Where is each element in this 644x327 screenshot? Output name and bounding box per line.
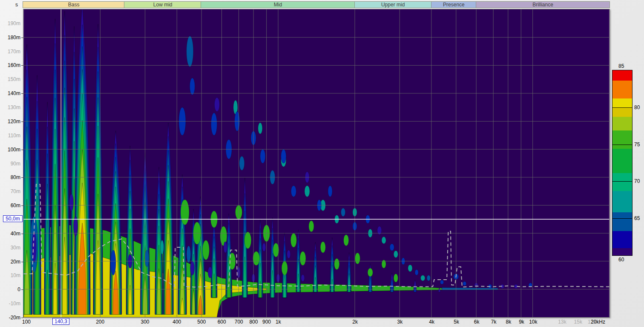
- y-tick-label-20m: 20m: [1, 259, 20, 265]
- x-tick-label-10k: 10k: [524, 319, 543, 325]
- band-mid: Mid: [201, 1, 355, 8]
- y-tick-label-10m: 10m: [1, 272, 20, 278]
- band-label-brilliance: Brilliance: [532, 2, 553, 8]
- colorbar-segment: [612, 81, 632, 98]
- colorbar-segment: [612, 70, 632, 81]
- y-tick-label-120m: 120m: [1, 119, 20, 124]
- band-presence: Presence: [431, 1, 477, 8]
- y-tick-label-80m: 80m: [1, 174, 20, 180]
- y-tick-label-30m: 30m: [1, 245, 20, 251]
- y-tick-label-40m: 40m: [1, 231, 20, 237]
- y-tick-label-150m: 150m: [1, 76, 20, 82]
- y-tick-mark: [21, 262, 23, 262]
- band-brilliance: Brilliance: [476, 1, 610, 8]
- colorbar-segment: [612, 173, 632, 191]
- x-tick-label-5k: 5k: [447, 319, 466, 325]
- y-tick-mark: [21, 122, 23, 122]
- y-tick-mark: [21, 234, 23, 234]
- y-tick-label-90m: 90m: [1, 161, 20, 167]
- colorbar-segment: [612, 98, 632, 108]
- colorbar-segment: [612, 212, 632, 231]
- y-tick-label-110m: 110m: [1, 133, 20, 139]
- x-tick-label-600: 600: [213, 319, 231, 325]
- colorbar-segment: [612, 130, 632, 149]
- y-tick-mark: [21, 150, 23, 150]
- colorbar-segment: [612, 117, 632, 130]
- x-tick-label-1k: 1k: [269, 319, 288, 325]
- colorbar-legend: 807570658560: [612, 70, 632, 256]
- colorbar-tick: [612, 218, 632, 219]
- colorbar-tick: [612, 181, 632, 182]
- colorbar-tick-label-65: 65: [634, 215, 640, 221]
- x-tick-label-4k: 4k: [423, 319, 441, 325]
- y-tick-mark: [21, 318, 23, 318]
- cursor-time-readout: 50,0m: [3, 215, 23, 222]
- x-tick-label-500: 500: [192, 319, 211, 325]
- band-label-bass: Bass: [68, 2, 80, 8]
- y-tick-mark: [21, 177, 23, 178]
- y-axis-unit-label: s: [15, 2, 18, 8]
- band-upper-mid: Upper mid: [354, 1, 432, 8]
- colorbar-max-label: 85: [618, 63, 624, 69]
- x-tick-label-2k: 2k: [346, 319, 365, 325]
- x-tick-label-100: 100: [17, 319, 36, 325]
- x-tick-label-3k: 3k: [391, 319, 409, 325]
- colorbar-min-label: 60: [618, 257, 624, 263]
- y-tick-label-170m: 170m: [1, 49, 20, 55]
- y-tick-mark: [21, 93, 23, 94]
- colorbar-segment: [612, 231, 632, 248]
- x-tick-label-6k: 6k: [467, 319, 486, 325]
- colorbar-segment: [612, 108, 632, 117]
- colorbar-tick-label-70: 70: [634, 178, 640, 184]
- y-tick-mark: [21, 289, 23, 290]
- spectrogram-canvas: [23, 9, 610, 317]
- y-tick-label-70m: 70m: [1, 188, 20, 194]
- y-tick-mark: [21, 38, 23, 38]
- colorbar-tick: [612, 107, 632, 108]
- y-tick-label-60m: 60m: [1, 203, 20, 208]
- y-tick-label-190m: 190m: [1, 20, 20, 26]
- y-tick-label-160m: 160m: [1, 62, 20, 68]
- colorbar-tick-label-80: 80: [634, 104, 640, 110]
- y-tick-label-130m: 130m: [1, 104, 20, 110]
- y-tick-label-0: 0: [1, 286, 20, 292]
- y-tick-label-140m: 140m: [1, 90, 20, 96]
- band-label-presence: Presence: [443, 2, 465, 8]
- spectrogram-plot-area[interactable]: [23, 9, 610, 318]
- band-label-upper-mid: Upper mid: [381, 2, 405, 8]
- x-tick-label-400: 400: [167, 319, 186, 325]
- colorbar-segment: [612, 149, 632, 174]
- band-low-mid: Low mid: [124, 1, 201, 8]
- band-label-low-mid: Low mid: [153, 2, 172, 8]
- band-label-mid: Mid: [274, 2, 282, 8]
- colorbar-segment: [612, 191, 632, 213]
- y-tick-label-100m: 100m: [1, 147, 20, 153]
- x-tick-label-300: 300: [136, 319, 155, 325]
- colorbar-segment: [612, 248, 632, 256]
- spectrogram-window: s BassLow midMidUpper midPresenceBrillia…: [0, 0, 644, 327]
- colorbar-tick: [612, 145, 632, 145]
- y-tick-mark: [21, 65, 23, 66]
- x-tick-label-20khz: 20kHz: [589, 319, 607, 325]
- colorbar-tick-label-75: 75: [634, 142, 640, 148]
- y-tick-mark: [21, 205, 23, 206]
- cursor-frequency-readout: 140,3: [52, 318, 69, 325]
- x-tick-label-200: 200: [91, 319, 109, 325]
- y-tick-label-180m: 180m: [1, 35, 20, 41]
- band-bass: Bass: [23, 1, 125, 8]
- y-tick-label--10m: -10m: [1, 301, 20, 307]
